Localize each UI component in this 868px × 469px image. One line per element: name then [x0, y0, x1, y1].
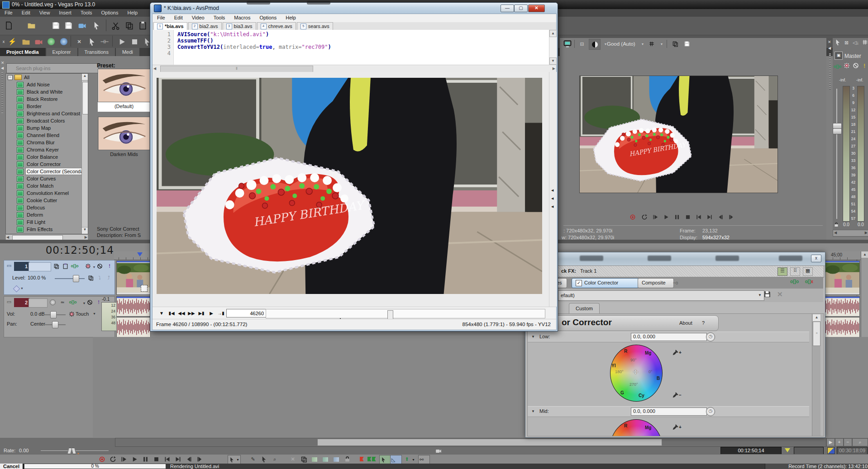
pause-button[interactable] — [672, 213, 682, 222]
plugin-list-item[interactable]: Color Corrector (Secondary) — [6, 168, 88, 175]
split-screen-icon[interactable]: ⊟ — [577, 39, 587, 49]
open-project-button[interactable] — [25, 19, 37, 31]
fx-chain-color-corrector-button[interactable]: ✓Color Corrector — [572, 278, 639, 288]
script-tab[interactable]: 1 *bia.avs — [153, 22, 187, 30]
plugin-list-item[interactable]: Brightness and Contrast — [6, 110, 88, 117]
lock-fader-icon[interactable] — [834, 222, 839, 227]
mid-value-field[interactable]: 0.0, 0.000 — [631, 407, 707, 416]
capture-tool-icon[interactable]: ⚡ — [6, 36, 18, 47]
play-button[interactable]: ▶ — [208, 309, 215, 317]
plugin-list-item[interactable]: Fill Light — [6, 218, 88, 226]
avspmod-menu-item[interactable]: Tools — [209, 14, 230, 22]
fx-view-tiles-icon[interactable]: ⠿ — [790, 267, 800, 276]
mute-icon[interactable] — [95, 262, 104, 270]
collapse-pane-icon[interactable]: ◀ — [551, 197, 553, 200]
avspmod-menu-item[interactable]: Video — [187, 14, 209, 22]
record-arm-icon[interactable] — [48, 298, 57, 306]
track-fx-icon[interactable]: o[]o — [71, 262, 79, 270]
avspmod-menu-item[interactable]: Help — [281, 14, 300, 22]
track-minimize-icon[interactable]: ▭ — [5, 262, 13, 269]
insert-region-button[interactable] — [367, 455, 377, 463]
composite-mode-icon[interactable] — [13, 285, 20, 293]
script-editor[interactable]: 1234 AVISource("k:\Untitled.avi")AssumeT… — [153, 30, 549, 65]
plugin-list-item[interactable]: Bump Map — [6, 124, 88, 132]
project-properties-button[interactable] — [91, 19, 102, 31]
dock-tab[interactable]: Explorer — [46, 48, 77, 56]
scroll-up-icon[interactable]: ▲ — [82, 74, 88, 81]
collapse-pane-icon[interactable]: ◀ — [551, 205, 553, 208]
narrow-meters-icon[interactable]: ⊠ — [844, 40, 849, 46]
avspmod-menu-item[interactable]: Edit — [170, 14, 187, 22]
capture-video-icon[interactable] — [33, 36, 44, 47]
level-slider-thumb[interactable] — [73, 275, 79, 282]
go-to-start-button[interactable] — [694, 213, 704, 222]
plugin-list-item[interactable]: Deform — [6, 211, 88, 218]
save-project-button[interactable] — [50, 19, 62, 31]
help-button[interactable]: ? — [702, 320, 705, 326]
video-event[interactable] — [825, 261, 860, 295]
next-frame-button[interactable] — [726, 213, 736, 222]
dock-close-icon[interactable]: ✕ — [1, 61, 5, 65]
go-to-start-button[interactable]: ▮◀ — [167, 309, 176, 317]
track2-name-field[interactable] — [29, 298, 48, 308]
stop-small-icon[interactable] — [129, 36, 140, 47]
step-forward-button[interactable]: ▶▶ — [187, 309, 196, 317]
mute-icon[interactable] — [853, 62, 859, 69]
downmix-icon[interactable]: ◁↓ — [853, 40, 859, 46]
panel-grip[interactable] — [829, 53, 831, 90]
scroll-left-icon[interactable]: ◀ — [153, 66, 156, 71]
scroll-up-icon[interactable]: ▲ — [812, 314, 821, 322]
video-event[interactable] — [116, 261, 151, 295]
plugin-list-item[interactable]: Broadcast Colors — [6, 117, 88, 124]
tree-expander-icon[interactable]: − — [8, 75, 13, 80]
video-seek-slider[interactable] — [266, 309, 545, 318]
eyedropper-add-icon[interactable]: + — [672, 349, 682, 356]
solo-icon[interactable]: ! — [105, 262, 114, 270]
scroll-up-icon[interactable]: ▲ — [549, 30, 557, 37]
collapse-icon[interactable]: ▼ — [531, 409, 535, 413]
lock-envelopes-button[interactable] — [342, 455, 352, 463]
play-button[interactable] — [129, 455, 139, 463]
go-to-end-button[interactable] — [173, 455, 183, 463]
zoom-out-time-button[interactable]: − — [844, 438, 852, 446]
enable-snapping-button[interactable] — [379, 455, 391, 464]
zoom-tool-button[interactable]: ⌕ — [270, 455, 280, 463]
plugin-list-item[interactable]: Film Effects — [6, 226, 88, 233]
fx-chain-composite-button[interactable]: Composite — [638, 278, 674, 288]
editor-hscrollbar[interactable]: ◀ ⫴ ▶ — [153, 65, 556, 72]
playhead-marker[interactable] — [137, 252, 143, 256]
script-menu-icon[interactable]: ▼ — [158, 309, 165, 317]
go-to-start-button[interactable] — [162, 455, 172, 463]
mid-color-wheel[interactable]: R Mg — [610, 419, 663, 436]
fx-panel-scrollbar[interactable]: ▲ ≡ — [812, 314, 820, 436]
record-button[interactable] — [628, 213, 638, 222]
save-as-button[interactable] — [62, 19, 74, 31]
previous-frame-button[interactable] — [184, 455, 194, 463]
dock-tab[interactable]: Medi — [116, 48, 139, 56]
avspmod-menu-item[interactable]: Macros — [229, 14, 255, 22]
scroll-down-icon[interactable]: ▼ — [82, 227, 88, 234]
avspmod-menu-item[interactable]: File — [153, 14, 170, 22]
track1-name-field[interactable] — [29, 262, 51, 271]
add-fx-icon[interactable]: o[]o — [790, 279, 799, 284]
preview-quality-value[interactable]: Good (Auto) — [607, 41, 635, 47]
play-button[interactable] — [661, 213, 671, 222]
play-from-start-button[interactable] — [119, 455, 129, 463]
vegas-menu-item[interactable]: Help — [123, 9, 142, 17]
chevron-down-icon[interactable]: ▼ — [236, 458, 239, 461]
plugin-search-input[interactable] — [6, 63, 99, 73]
cursor-time-field[interactable]: 00:12:50;14 — [720, 447, 782, 455]
editor-vscrollbar[interactable]: ▲ ▼ — [549, 30, 557, 65]
plugin-list-item[interactable]: Border — [6, 103, 88, 110]
eyedropper-add-icon[interactable]: + — [672, 424, 682, 431]
automation-mode[interactable]: Touch — [76, 311, 89, 317]
plugin-list-item[interactable]: Cookie Cutter — [6, 197, 88, 204]
event-tool-1[interactable] — [310, 455, 320, 463]
audio-event-ch2[interactable] — [116, 317, 151, 337]
audio-event-ch1[interactable] — [116, 296, 151, 317]
automation-settings-icon[interactable] — [67, 310, 76, 317]
solo-icon[interactable]: ! — [863, 62, 865, 69]
clip-icon[interactable] — [435, 448, 442, 454]
track-fx-icon[interactable]: o[]o — [69, 298, 77, 306]
quantize-to-frames-button[interactable]: ◺ — [390, 455, 402, 464]
